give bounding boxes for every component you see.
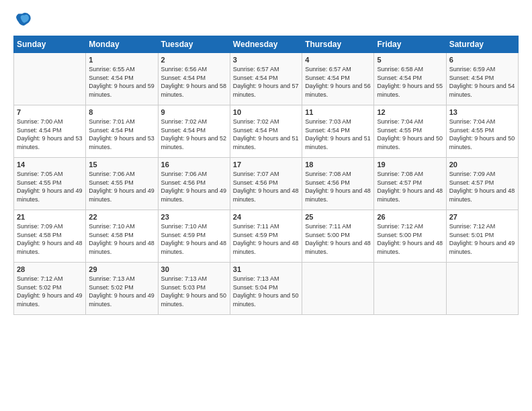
day-number: 26 xyxy=(377,213,443,221)
logo-icon xyxy=(13,10,32,29)
day-number: 28 xyxy=(17,265,83,273)
calendar-cell: 13 Sunrise: 7:04 AMSunset: 4:55 PMDaylig… xyxy=(446,105,518,158)
day-info: Sunrise: 6:59 AMSunset: 4:54 PMDaylight:… xyxy=(449,65,515,99)
day-info: Sunrise: 7:10 AMSunset: 4:59 PMDaylight:… xyxy=(161,222,227,256)
calendar-cell xyxy=(446,263,518,315)
calendar-week-row: 14 Sunrise: 7:05 AMSunset: 4:55 PMDaylig… xyxy=(14,158,519,210)
calendar-cell: 30 Sunrise: 7:13 AMSunset: 5:03 PMDaylig… xyxy=(158,263,230,315)
day-info: Sunrise: 7:13 AMSunset: 5:04 PMDaylight:… xyxy=(233,275,299,308)
day-info: Sunrise: 7:03 AMSunset: 4:54 PMDaylight:… xyxy=(305,118,371,151)
calendar-cell: 6 Sunrise: 6:59 AMSunset: 4:54 PMDayligh… xyxy=(446,53,518,105)
day-number: 16 xyxy=(161,161,227,169)
day-number: 9 xyxy=(161,108,227,116)
calendar-week-row: 7 Sunrise: 7:00 AMSunset: 4:54 PMDayligh… xyxy=(14,105,519,158)
day-number: 22 xyxy=(89,213,154,221)
calendar-cell: 10 Sunrise: 7:02 AMSunset: 4:54 PMDaylig… xyxy=(230,105,302,158)
day-info: Sunrise: 7:06 AMSunset: 4:55 PMDaylight:… xyxy=(89,170,154,203)
day-number: 17 xyxy=(233,161,299,169)
day-info: Sunrise: 7:08 AMSunset: 4:56 PMDaylight:… xyxy=(305,170,371,203)
calendar-cell: 22 Sunrise: 7:10 AMSunset: 4:58 PMDaylig… xyxy=(86,210,158,263)
day-number: 25 xyxy=(305,213,371,221)
day-number: 11 xyxy=(305,108,371,116)
weekday-header: Friday xyxy=(374,36,446,53)
day-info: Sunrise: 7:04 AMSunset: 4:55 PMDaylight:… xyxy=(449,118,515,151)
day-number: 15 xyxy=(89,161,154,169)
calendar-cell: 31 Sunrise: 7:13 AMSunset: 5:04 PMDaylig… xyxy=(230,263,302,315)
day-number: 20 xyxy=(449,161,515,169)
day-info: Sunrise: 7:02 AMSunset: 4:54 PMDaylight:… xyxy=(161,118,227,151)
calendar-week-row: 28 Sunrise: 7:12 AMSunset: 5:02 PMDaylig… xyxy=(14,263,519,315)
weekday-header: Monday xyxy=(86,36,158,53)
calendar-week-row: 1 Sunrise: 6:55 AMSunset: 4:54 PMDayligh… xyxy=(14,53,519,105)
day-info: Sunrise: 7:06 AMSunset: 4:56 PMDaylight:… xyxy=(161,170,227,203)
day-number: 14 xyxy=(17,161,83,169)
day-number: 31 xyxy=(233,265,299,273)
calendar-cell: 16 Sunrise: 7:06 AMSunset: 4:56 PMDaylig… xyxy=(158,158,230,210)
calendar-cell: 29 Sunrise: 7:13 AMSunset: 5:02 PMDaylig… xyxy=(86,263,158,315)
day-number: 21 xyxy=(17,213,83,221)
calendar-cell: 20 Sunrise: 7:09 AMSunset: 4:57 PMDaylig… xyxy=(446,158,518,210)
calendar-cell: 23 Sunrise: 7:10 AMSunset: 4:59 PMDaylig… xyxy=(158,210,230,263)
day-number: 29 xyxy=(89,265,154,273)
calendar-cell: 5 Sunrise: 6:58 AMSunset: 4:54 PMDayligh… xyxy=(374,53,446,105)
day-number: 7 xyxy=(17,108,83,116)
calendar-table: SundayMondayTuesdayWednesdayThursdayFrid… xyxy=(13,36,519,315)
calendar-cell xyxy=(302,263,374,315)
day-info: Sunrise: 7:01 AMSunset: 4:54 PMDaylight:… xyxy=(89,118,154,151)
day-number: 30 xyxy=(161,265,227,273)
day-number: 12 xyxy=(377,108,443,116)
day-number: 23 xyxy=(161,213,227,221)
day-number: 4 xyxy=(305,56,371,64)
day-number: 5 xyxy=(377,56,443,64)
day-info: Sunrise: 7:12 AMSunset: 5:00 PMDaylight:… xyxy=(377,222,443,256)
calendar-cell: 26 Sunrise: 7:12 AMSunset: 5:00 PMDaylig… xyxy=(374,210,446,263)
day-number: 13 xyxy=(449,108,515,116)
day-info: Sunrise: 7:02 AMSunset: 4:54 PMDaylight:… xyxy=(233,118,299,151)
calendar-cell: 7 Sunrise: 7:00 AMSunset: 4:54 PMDayligh… xyxy=(14,105,86,158)
calendar-cell xyxy=(14,53,86,105)
day-number: 6 xyxy=(449,56,515,64)
weekday-header: Sunday xyxy=(14,36,86,53)
day-number: 1 xyxy=(89,56,154,64)
calendar-cell: 19 Sunrise: 7:08 AMSunset: 4:57 PMDaylig… xyxy=(374,158,446,210)
day-info: Sunrise: 7:10 AMSunset: 4:58 PMDaylight:… xyxy=(89,222,154,256)
calendar-cell: 9 Sunrise: 7:02 AMSunset: 4:54 PMDayligh… xyxy=(158,105,230,158)
calendar-cell: 18 Sunrise: 7:08 AMSunset: 4:56 PMDaylig… xyxy=(302,158,374,210)
day-info: Sunrise: 6:58 AMSunset: 4:54 PMDaylight:… xyxy=(377,65,443,99)
day-info: Sunrise: 7:12 AMSunset: 5:01 PMDaylight:… xyxy=(449,222,515,256)
day-info: Sunrise: 7:09 AMSunset: 4:58 PMDaylight:… xyxy=(17,222,83,256)
day-info: Sunrise: 7:00 AMSunset: 4:54 PMDaylight:… xyxy=(17,118,83,151)
day-info: Sunrise: 7:05 AMSunset: 4:55 PMDaylight:… xyxy=(17,170,83,203)
day-number: 3 xyxy=(233,56,299,64)
calendar-cell: 4 Sunrise: 6:57 AMSunset: 4:54 PMDayligh… xyxy=(302,53,374,105)
day-number: 19 xyxy=(377,161,443,169)
day-info: Sunrise: 7:04 AMSunset: 4:55 PMDaylight:… xyxy=(377,118,443,151)
weekday-header: Thursday xyxy=(302,36,374,53)
calendar-cell: 17 Sunrise: 7:07 AMSunset: 4:56 PMDaylig… xyxy=(230,158,302,210)
logo xyxy=(13,10,34,29)
calendar-cell xyxy=(374,263,446,315)
day-info: Sunrise: 7:11 AMSunset: 5:00 PMDaylight:… xyxy=(305,222,371,256)
day-info: Sunrise: 7:11 AMSunset: 4:59 PMDaylight:… xyxy=(233,222,299,256)
day-info: Sunrise: 7:13 AMSunset: 5:02 PMDaylight:… xyxy=(89,275,154,308)
calendar-cell: 28 Sunrise: 7:12 AMSunset: 5:02 PMDaylig… xyxy=(14,263,86,315)
day-number: 27 xyxy=(449,213,515,221)
calendar-cell: 27 Sunrise: 7:12 AMSunset: 5:01 PMDaylig… xyxy=(446,210,518,263)
day-info: Sunrise: 7:09 AMSunset: 4:57 PMDaylight:… xyxy=(449,170,515,203)
calendar-cell: 8 Sunrise: 7:01 AMSunset: 4:54 PMDayligh… xyxy=(86,105,158,158)
header-row: SundayMondayTuesdayWednesdayThursdayFrid… xyxy=(14,36,519,53)
calendar-cell: 11 Sunrise: 7:03 AMSunset: 4:54 PMDaylig… xyxy=(302,105,374,158)
calendar-cell: 21 Sunrise: 7:09 AMSunset: 4:58 PMDaylig… xyxy=(14,210,86,263)
calendar-cell: 15 Sunrise: 7:06 AMSunset: 4:55 PMDaylig… xyxy=(86,158,158,210)
day-info: Sunrise: 6:55 AMSunset: 4:54 PMDaylight:… xyxy=(89,65,154,99)
calendar-cell: 24 Sunrise: 7:11 AMSunset: 4:59 PMDaylig… xyxy=(230,210,302,263)
page: SundayMondayTuesdayWednesdayThursdayFrid… xyxy=(0,0,532,411)
weekday-header: Saturday xyxy=(446,36,518,53)
calendar-cell: 25 Sunrise: 7:11 AMSunset: 5:00 PMDaylig… xyxy=(302,210,374,263)
calendar-cell: 3 Sunrise: 6:57 AMSunset: 4:54 PMDayligh… xyxy=(230,53,302,105)
day-number: 18 xyxy=(305,161,371,169)
day-info: Sunrise: 6:57 AMSunset: 4:54 PMDaylight:… xyxy=(233,65,299,99)
day-info: Sunrise: 7:08 AMSunset: 4:57 PMDaylight:… xyxy=(377,170,443,203)
day-info: Sunrise: 7:07 AMSunset: 4:56 PMDaylight:… xyxy=(233,170,299,203)
day-info: Sunrise: 7:13 AMSunset: 5:03 PMDaylight:… xyxy=(161,275,227,308)
